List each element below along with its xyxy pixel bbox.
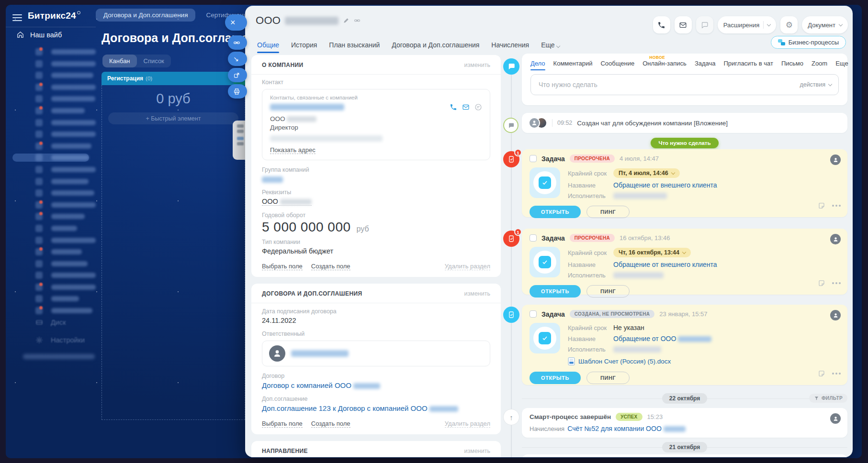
- note-icon[interactable]: [818, 370, 825, 377]
- sidebar-item-redacted[interactable]: [6, 248, 96, 256]
- tab-contracts[interactable]: Договора и Доп.соглашения: [392, 41, 479, 53]
- deadline-pill[interactable]: Чт, 16 октября, 13:44: [613, 248, 691, 257]
- business-processes-button[interactable]: Бизнес-процессы: [771, 36, 846, 49]
- tl-tab-comment[interactable]: Комментарий: [553, 60, 593, 70]
- process-link[interactable]: Счёт №52 для компании ООО: [567, 425, 686, 432]
- task-name-link[interactable]: Обращение от ООО: [613, 335, 711, 342]
- addendum-link[interactable]: Доп.соглашение 123 к Договор с компанией…: [262, 404, 458, 412]
- copy-link-title-button[interactable]: [354, 17, 361, 24]
- sidebar-item-redacted[interactable]: [6, 177, 96, 186]
- sidebar-item-redacted[interactable]: [6, 130, 96, 138]
- sidebar-item-redacted[interactable]: [6, 212, 96, 220]
- task-name-link[interactable]: Обращение от внешнего клиента: [613, 181, 717, 189]
- filter-button[interactable]: ФИЛЬТР: [809, 394, 847, 403]
- sidebar-item-redacted[interactable]: [6, 83, 96, 91]
- participants-button[interactable]: [830, 154, 841, 165]
- todo-input[interactable]: [538, 80, 800, 89]
- actions-dropdown[interactable]: действия: [800, 81, 832, 88]
- sidebar-item-redacted[interactable]: [6, 307, 96, 315]
- sidebar-item-redacted[interactable]: [6, 295, 96, 303]
- sidebar-item-redacted[interactable]: [6, 283, 96, 291]
- sidebar-item-redacted[interactable]: [6, 271, 96, 279]
- collapse-button[interactable]: ↘: [228, 52, 247, 66]
- call-button[interactable]: [653, 16, 670, 33]
- attachment-link[interactable]: Шаблон Счет (Россия) (5).docx: [578, 358, 671, 365]
- copy-link-button[interactable]: [228, 35, 247, 50]
- edit-section-link[interactable]: изменить: [464, 448, 490, 454]
- sidebar-item-redacted[interactable]: [23, 354, 95, 359]
- sidebar-item-redacted[interactable]: [6, 236, 96, 244]
- tl-tab-message[interactable]: Сообщение: [600, 60, 634, 70]
- more-icon[interactable]: [832, 205, 834, 207]
- menu-icon[interactable]: [12, 14, 22, 21]
- chat-button[interactable]: [696, 16, 713, 33]
- sidebar-item-redacted[interactable]: [6, 119, 96, 127]
- note-icon[interactable]: [818, 279, 825, 287]
- ping-button[interactable]: ПИНГ: [586, 206, 630, 218]
- select-field-link[interactable]: Выбрать поле: [262, 420, 303, 428]
- responsible-card[interactable]: [262, 341, 490, 366]
- chat-created-entry[interactable]: 09:52 Создан чат для обсуждения компании…: [522, 113, 847, 133]
- sidebar-item-settings[interactable]: Настройки: [6, 336, 96, 344]
- open-task-button[interactable]: ОТКРЫТЬ: [530, 206, 581, 218]
- tab-history[interactable]: История: [291, 41, 317, 53]
- tl-tab-invite-chat[interactable]: Пригласить в чат: [724, 60, 773, 70]
- sidebar-item-redacted[interactable]: [6, 201, 96, 209]
- tl-tab-zoom[interactable]: Zoom: [812, 60, 827, 70]
- open-task-button[interactable]: ОТКРЫТЬ: [530, 372, 581, 384]
- kanban-column-header[interactable]: Регистрация (0): [101, 72, 245, 85]
- edit-section-link[interactable]: изменить: [464, 290, 490, 297]
- participants-button[interactable]: [830, 413, 841, 424]
- todo-cta-button[interactable]: Что нужно сделать: [651, 138, 718, 148]
- tl-tab-online-booking[interactable]: НОВОЕОнлайн-запись: [643, 60, 687, 70]
- contact-card[interactable]: Контакты, связанные с компанией ООО Д: [262, 89, 490, 160]
- quick-add-button[interactable]: + Быстрый элемент: [108, 112, 238, 124]
- tl-tab-more[interactable]: Еще: [835, 60, 848, 70]
- edit-section-link[interactable]: изменить: [464, 62, 490, 68]
- chat-icon[interactable]: [474, 103, 482, 111]
- note-icon[interactable]: [818, 202, 825, 209]
- delete-section-link[interactable]: Удалить раздел: [445, 420, 490, 428]
- scroll-up-icon[interactable]: ↑: [503, 409, 519, 425]
- brand-logo[interactable]: Битрикс24: [28, 11, 80, 21]
- email-button[interactable]: [675, 16, 692, 33]
- top-tab-contracts[interactable]: Договора и Доп.соглашения: [96, 9, 195, 22]
- more-icon[interactable]: [832, 282, 834, 284]
- view-list-button[interactable]: Список: [137, 55, 171, 67]
- select-field-link[interactable]: Выбрать поле: [262, 263, 303, 270]
- sidebar-item-home[interactable]: Наш вайб: [16, 31, 62, 39]
- create-field-link[interactable]: Создать поле: [311, 420, 350, 428]
- participants-button[interactable]: [830, 310, 841, 320]
- edit-title-button[interactable]: [343, 17, 349, 24]
- open-task-button[interactable]: ОТКРЫТЬ: [530, 285, 581, 298]
- extensions-button[interactable]: Расширения: [718, 16, 777, 33]
- document-button[interactable]: Документ: [802, 16, 848, 33]
- tl-tab-task[interactable]: Задача: [695, 60, 716, 70]
- more-icon[interactable]: [832, 373, 834, 375]
- sidebar-item-redacted[interactable]: [6, 224, 96, 232]
- task-checkbox[interactable]: [530, 155, 537, 162]
- task-name-link[interactable]: Обращение от внешнего клиента: [613, 261, 717, 268]
- tab-general[interactable]: Общие: [257, 41, 279, 53]
- sidebar-item-redacted[interactable]: [6, 165, 96, 174]
- open-new-window-button[interactable]: [228, 68, 247, 82]
- ping-button[interactable]: ПИНГ: [586, 372, 630, 384]
- sidebar-item-redacted[interactable]: [6, 60, 96, 68]
- envelope-icon[interactable]: [462, 103, 470, 111]
- sidebar-item-selected[interactable]: [12, 154, 89, 162]
- task-checkbox[interactable]: [530, 310, 537, 318]
- deadline-pill[interactable]: Пт, 4 июля, 14:46: [613, 168, 680, 178]
- close-button[interactable]: ×: [225, 14, 247, 31]
- tl-tab-letter[interactable]: Письмо: [781, 60, 803, 70]
- sidebar-item-disk[interactable]: Диск: [6, 319, 96, 327]
- print-button[interactable]: [228, 84, 247, 99]
- delete-section-link[interactable]: Удалить раздел: [445, 263, 490, 270]
- phone-icon[interactable]: [450, 103, 457, 111]
- participants-button[interactable]: [830, 234, 841, 244]
- requisites-link[interactable]: ООО: [262, 198, 312, 206]
- sidebar-item-redacted[interactable]: [6, 189, 96, 197]
- tab-recovery-plan[interactable]: План взысканий: [329, 41, 380, 53]
- tl-tab-deal[interactable]: Дело: [530, 60, 545, 70]
- settings-button[interactable]: ⚙: [780, 16, 798, 33]
- view-kanban-button[interactable]: Канбан: [102, 55, 137, 67]
